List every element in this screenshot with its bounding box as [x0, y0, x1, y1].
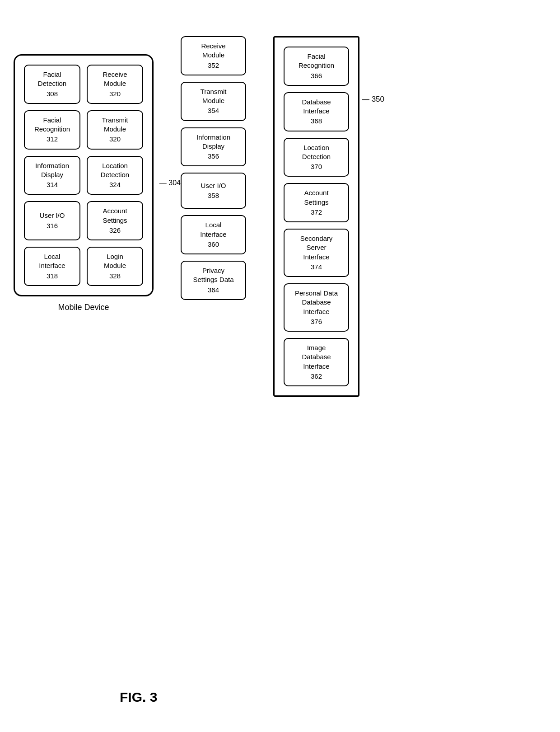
mobile-module-326: AccountSettings326: [87, 201, 143, 240]
mobile-module-320: TransmitModule320: [87, 110, 143, 150]
middle-module-352: ReceiveModule352: [181, 36, 246, 75]
mobile-module-316: User I/O316: [24, 201, 80, 240]
mobile-module-324: LocationDetection324: [87, 156, 143, 195]
middle-module-360: LocalInterface360: [181, 215, 246, 254]
ref-350-label: — 350: [362, 95, 384, 104]
right-module-368: DatabaseInterface368: [284, 92, 349, 131]
right-module-374: SecondaryServerInterface374: [284, 229, 349, 277]
mobile-module-328: LoginModule328: [87, 247, 143, 286]
right-module-372: AccountSettings372: [284, 183, 349, 222]
mobile-module-320: ReceiveModule320: [87, 65, 143, 104]
middle-module-364: PrivacySettings Data364: [181, 261, 246, 300]
mobile-module-318: LocalInterface318: [24, 247, 80, 286]
right-module-376: Personal DataDatabaseInterface376: [284, 283, 349, 332]
middle-module-358: User I/O358: [181, 173, 246, 209]
right-section: FacialRecognition366DatabaseInterface368…: [273, 36, 359, 397]
middle-module-354: TransmitModule354: [181, 82, 246, 121]
mobile-module-312: FacialRecognition312: [24, 110, 80, 150]
right-module-366: FacialRecognition366: [284, 47, 349, 86]
right-module-370: LocationDetection370: [284, 138, 349, 177]
mobile-device-label: Mobile Device: [58, 303, 109, 312]
fig-label: FIG. 3: [120, 690, 157, 705]
mobile-module-308: FacialDetection308: [24, 65, 80, 104]
ref-304-label: — 304: [159, 179, 181, 187]
middle-module-356: InformationDisplay356: [181, 127, 246, 167]
mobile-module-314: InformationDisplay314: [24, 156, 80, 195]
mobile-device-box: FacialDetection308ReceiveModule320Facial…: [14, 54, 154, 296]
right-outer-box: FacialRecognition366DatabaseInterface368…: [273, 36, 359, 397]
right-column: FacialRecognition366DatabaseInterface368…: [284, 47, 349, 386]
right-module-362: ImageDatabaseInterface362: [284, 338, 349, 386]
middle-section: ReceiveModule352TransmitModule354Informa…: [181, 36, 246, 300]
